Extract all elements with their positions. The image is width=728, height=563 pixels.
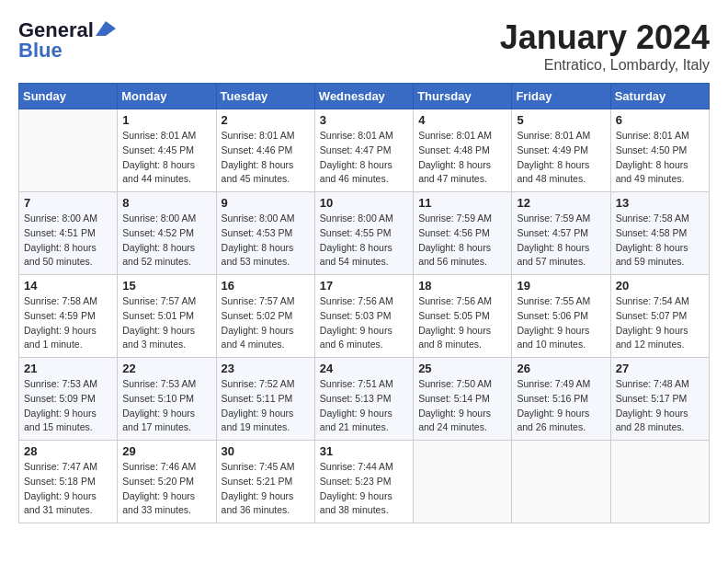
day-info: Sunrise: 7:56 AMSunset: 5:03 PMDaylight:… (320, 294, 408, 352)
day-info: Sunrise: 7:53 AMSunset: 5:09 PMDaylight:… (24, 377, 112, 435)
day-number: 26 (517, 362, 605, 375)
calendar-header: SundayMondayTuesdayWednesdayThursdayFrid… (19, 84, 710, 109)
day-info: Sunrise: 8:01 AMSunset: 4:45 PMDaylight:… (122, 129, 210, 187)
week-row-4: 21Sunrise: 7:53 AMSunset: 5:09 PMDayligh… (19, 358, 710, 441)
calendar-subtitle: Entratico, Lombardy, Italy (500, 57, 710, 74)
day-info: Sunrise: 8:00 AMSunset: 4:51 PMDaylight:… (24, 212, 112, 270)
day-info: Sunrise: 7:58 AMSunset: 4:58 PMDaylight:… (616, 212, 704, 270)
week-row-1: 1Sunrise: 8:01 AMSunset: 4:45 PMDaylight… (19, 109, 710, 192)
day-info: Sunrise: 8:01 AMSunset: 4:50 PMDaylight:… (616, 129, 704, 187)
day-info: Sunrise: 7:44 AMSunset: 5:23 PMDaylight:… (320, 460, 408, 518)
header-day-saturday: Saturday (610, 84, 709, 109)
calendar-cell: 17Sunrise: 7:56 AMSunset: 5:03 PMDayligh… (314, 275, 413, 358)
day-number: 20 (616, 279, 704, 293)
day-number: 19 (517, 279, 605, 293)
svg-marker-0 (96, 21, 116, 36)
header-day-monday: Monday (118, 84, 216, 109)
day-number: 3 (320, 113, 408, 127)
calendar-cell: 29Sunrise: 7:46 AMSunset: 5:20 PMDayligh… (118, 441, 216, 523)
day-info: Sunrise: 7:56 AMSunset: 5:05 PMDaylight:… (418, 294, 506, 352)
day-info: Sunrise: 7:58 AMSunset: 4:59 PMDaylight:… (24, 294, 112, 352)
day-number: 10 (320, 196, 408, 210)
day-number: 28 (24, 444, 112, 458)
day-number: 22 (122, 362, 210, 375)
day-number: 30 (222, 444, 310, 458)
day-number: 15 (122, 279, 210, 293)
calendar-cell: 8Sunrise: 8:00 AMSunset: 4:52 PMDaylight… (118, 192, 216, 275)
calendar-cell: 26Sunrise: 7:49 AMSunset: 5:16 PMDayligh… (512, 358, 610, 441)
calendar-title: January 2024 (500, 18, 710, 57)
day-info: Sunrise: 7:57 AMSunset: 5:02 PMDaylight:… (222, 294, 310, 352)
day-info: Sunrise: 7:54 AMSunset: 5:07 PMDaylight:… (616, 294, 704, 352)
calendar-cell: 4Sunrise: 8:01 AMSunset: 4:48 PMDaylight… (414, 109, 512, 192)
day-info: Sunrise: 7:50 AMSunset: 5:14 PMDaylight:… (418, 377, 506, 435)
day-info: Sunrise: 7:47 AMSunset: 5:18 PMDaylight:… (24, 460, 112, 518)
calendar-cell: 31Sunrise: 7:44 AMSunset: 5:23 PMDayligh… (314, 441, 413, 523)
calendar-cell: 12Sunrise: 7:59 AMSunset: 4:57 PMDayligh… (512, 192, 610, 275)
logo-icon (96, 21, 116, 36)
calendar-cell: 25Sunrise: 7:50 AMSunset: 5:14 PMDayligh… (414, 358, 512, 441)
day-info: Sunrise: 7:51 AMSunset: 5:13 PMDaylight:… (320, 377, 408, 435)
day-info: Sunrise: 7:52 AMSunset: 5:11 PMDaylight:… (222, 377, 310, 435)
calendar-body: 1Sunrise: 8:01 AMSunset: 4:45 PMDaylight… (19, 109, 710, 523)
day-number: 1 (122, 113, 210, 127)
calendar-cell: 18Sunrise: 7:56 AMSunset: 5:05 PMDayligh… (414, 275, 512, 358)
day-number: 17 (320, 279, 408, 293)
calendar-cell: 1Sunrise: 8:01 AMSunset: 4:45 PMDaylight… (118, 109, 216, 192)
header-row: SundayMondayTuesdayWednesdayThursdayFrid… (19, 84, 710, 109)
day-info: Sunrise: 8:00 AMSunset: 4:52 PMDaylight:… (122, 212, 210, 270)
day-number: 29 (122, 444, 210, 458)
day-number: 16 (222, 279, 310, 293)
day-number: 31 (320, 444, 408, 458)
logo: General Blue (18, 18, 116, 63)
calendar-cell: 24Sunrise: 7:51 AMSunset: 5:13 PMDayligh… (314, 358, 413, 441)
header-day-thursday: Thursday (414, 84, 512, 109)
day-number: 5 (517, 113, 605, 127)
calendar-cell: 27Sunrise: 7:48 AMSunset: 5:17 PMDayligh… (610, 358, 709, 441)
day-number: 9 (222, 196, 310, 210)
day-info: Sunrise: 8:01 AMSunset: 4:46 PMDaylight:… (222, 129, 310, 187)
calendar-cell: 16Sunrise: 7:57 AMSunset: 5:02 PMDayligh… (216, 275, 314, 358)
header: General Blue January 2024 Entratico, Lom… (18, 18, 710, 74)
week-row-3: 14Sunrise: 7:58 AMSunset: 4:59 PMDayligh… (19, 275, 710, 358)
day-info: Sunrise: 7:59 AMSunset: 4:57 PMDaylight:… (517, 212, 605, 270)
calendar-cell: 3Sunrise: 8:01 AMSunset: 4:47 PMDaylight… (314, 109, 413, 192)
calendar-cell: 23Sunrise: 7:52 AMSunset: 5:11 PMDayligh… (216, 358, 314, 441)
day-number: 8 (122, 196, 210, 210)
day-number: 12 (517, 196, 605, 210)
calendar-cell: 7Sunrise: 8:00 AMSunset: 4:51 PMDaylight… (19, 192, 118, 275)
calendar-cell (19, 109, 118, 192)
header-day-friday: Friday (512, 84, 610, 109)
day-info: Sunrise: 8:00 AMSunset: 4:55 PMDaylight:… (320, 212, 408, 270)
day-number: 24 (320, 362, 408, 375)
calendar-cell: 22Sunrise: 7:53 AMSunset: 5:10 PMDayligh… (118, 358, 216, 441)
calendar-cell: 9Sunrise: 8:00 AMSunset: 4:53 PMDaylight… (216, 192, 314, 275)
calendar-cell: 21Sunrise: 7:53 AMSunset: 5:09 PMDayligh… (19, 358, 118, 441)
calendar-cell: 13Sunrise: 7:58 AMSunset: 4:58 PMDayligh… (610, 192, 709, 275)
day-info: Sunrise: 8:00 AMSunset: 4:53 PMDaylight:… (222, 212, 310, 270)
calendar-cell: 28Sunrise: 7:47 AMSunset: 5:18 PMDayligh… (19, 441, 118, 523)
day-number: 2 (222, 113, 310, 127)
day-number: 27 (616, 362, 704, 375)
calendar-cell (414, 441, 512, 523)
day-number: 7 (24, 196, 112, 210)
calendar-cell: 10Sunrise: 8:00 AMSunset: 4:55 PMDayligh… (314, 192, 413, 275)
day-number: 18 (418, 279, 506, 293)
calendar-cell: 30Sunrise: 7:45 AMSunset: 5:21 PMDayligh… (216, 441, 314, 523)
calendar-table: SundayMondayTuesdayWednesdayThursdayFrid… (18, 83, 710, 523)
week-row-5: 28Sunrise: 7:47 AMSunset: 5:18 PMDayligh… (19, 441, 710, 523)
week-row-2: 7Sunrise: 8:00 AMSunset: 4:51 PMDaylight… (19, 192, 710, 275)
day-info: Sunrise: 8:01 AMSunset: 4:48 PMDaylight:… (418, 129, 506, 187)
title-area: January 2024 Entratico, Lombardy, Italy (500, 18, 710, 74)
calendar-cell: 19Sunrise: 7:55 AMSunset: 5:06 PMDayligh… (512, 275, 610, 358)
day-info: Sunrise: 7:49 AMSunset: 5:16 PMDaylight:… (517, 377, 605, 435)
day-info: Sunrise: 7:48 AMSunset: 5:17 PMDaylight:… (616, 377, 704, 435)
day-info: Sunrise: 7:45 AMSunset: 5:21 PMDaylight:… (222, 460, 310, 518)
header-day-wednesday: Wednesday (314, 84, 413, 109)
day-number: 23 (222, 362, 310, 375)
calendar-cell: 14Sunrise: 7:58 AMSunset: 4:59 PMDayligh… (19, 275, 118, 358)
day-info: Sunrise: 7:57 AMSunset: 5:01 PMDaylight:… (122, 294, 210, 352)
day-number: 14 (24, 279, 112, 293)
day-info: Sunrise: 8:01 AMSunset: 4:47 PMDaylight:… (320, 129, 408, 187)
day-number: 13 (616, 196, 704, 210)
